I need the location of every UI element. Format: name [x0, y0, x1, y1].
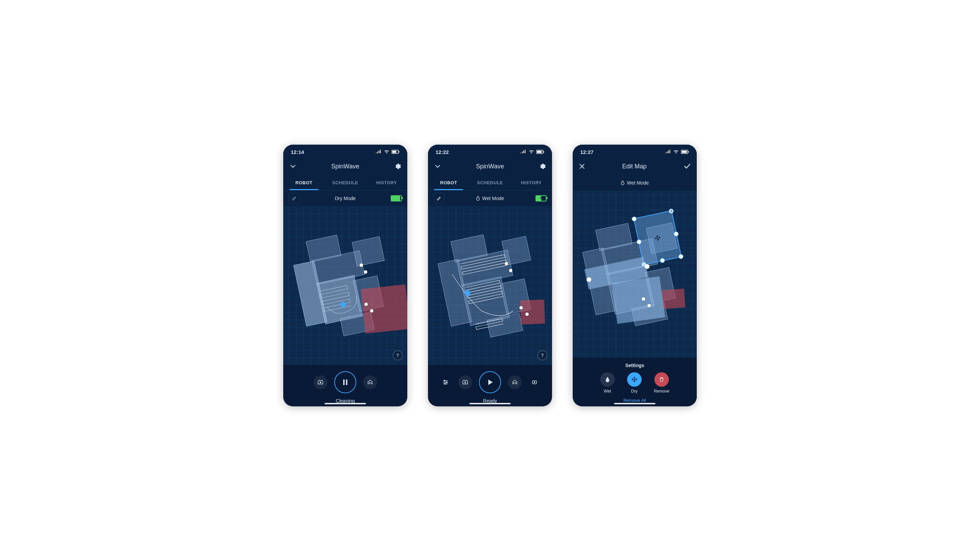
gear-icon[interactable]: [539, 163, 546, 170]
phone-screen-1: 12:14 SpinWave ROBOT SCHEDULE HISTORY Dr…: [283, 144, 407, 407]
tab-history[interactable]: HISTORY: [511, 175, 552, 190]
dock-home-button[interactable]: [508, 375, 522, 389]
cleaning-path: [289, 225, 401, 346]
floor-map[interactable]: ?: [283, 206, 407, 365]
mode-row: Wet Mode: [573, 175, 697, 191]
resize-handle[interactable]: [631, 216, 637, 222]
gear-icon[interactable]: [394, 163, 401, 170]
svg-rect-8: [543, 151, 544, 152]
app-header: SpinWave: [428, 158, 552, 175]
remove-all-link[interactable]: Remove All: [624, 398, 646, 403]
mode-label: Dry Mode: [302, 195, 388, 201]
svg-point-9: [444, 380, 445, 381]
mode-row: Dry Mode: [283, 191, 407, 206]
svg-point-3: [320, 382, 321, 383]
tab-robot[interactable]: ROBOT: [283, 175, 325, 190]
zone-wet[interactable]: [612, 276, 665, 324]
tab-bar: ROBOT SCHEDULE HISTORY: [428, 175, 552, 191]
floor-map-edit[interactable]: [573, 191, 697, 358]
check-icon[interactable]: [684, 163, 690, 170]
battery-status-icon: [536, 150, 544, 154]
header-title: SpinWave: [441, 163, 539, 170]
setting-dry[interactable]: Dry: [627, 372, 642, 394]
battery-status-icon: [681, 150, 689, 154]
battery-status-icon: [391, 150, 400, 154]
home-indicator[interactable]: [614, 403, 655, 404]
settings-title: Settings: [625, 363, 644, 368]
svg-point-19: [634, 379, 635, 380]
setting-label: Wet: [604, 389, 611, 394]
rotate-handle[interactable]: [668, 208, 675, 214]
home-indicator[interactable]: [325, 403, 366, 404]
status-indicators: [665, 150, 689, 154]
fan-icon: [653, 233, 662, 242]
fan-icon: [631, 376, 638, 383]
resize-handle[interactable]: [673, 231, 679, 237]
home-indicator[interactable]: [469, 403, 511, 404]
battery-icon: [391, 195, 402, 202]
tab-robot[interactable]: ROBOT: [428, 175, 469, 190]
clean-map-button[interactable]: [313, 375, 327, 389]
locate-button[interactable]: [528, 376, 540, 388]
floor-map[interactable]: ?: [428, 206, 552, 365]
pause-button[interactable]: [334, 371, 356, 393]
svg-rect-17: [688, 151, 689, 152]
phone-screen-2: 12:22 SpinWave ROBOT SCHEDULE HISTORY We…: [428, 144, 552, 407]
svg-point-10: [446, 382, 447, 383]
setting-label: Remove: [654, 389, 670, 394]
wifi-icon: [528, 150, 534, 154]
svg-point-12: [465, 382, 466, 383]
svg-rect-16: [682, 151, 687, 153]
svg-point-14: [534, 382, 535, 383]
status-indicators: [375, 150, 400, 154]
battery-charging-icon: +: [536, 195, 547, 202]
tab-schedule[interactable]: SCHEDULE: [469, 175, 511, 190]
signal-icon: [520, 150, 527, 154]
resize-handle[interactable]: [678, 254, 684, 259]
status-bar: 12:14: [283, 144, 407, 158]
svg-rect-7: [537, 151, 542, 153]
svg-rect-4: [343, 380, 345, 385]
edit-map-button[interactable]: [289, 193, 300, 204]
help-button[interactable]: ?: [538, 351, 547, 360]
status-bar: 12:27: [573, 144, 697, 158]
setting-wet[interactable]: Wet: [600, 372, 615, 394]
signal-icon: [665, 150, 671, 154]
tab-bar: ROBOT SCHEDULE HISTORY: [283, 175, 407, 191]
chevron-down-icon[interactable]: [290, 163, 296, 170]
header-title: SpinWave: [296, 163, 394, 170]
status-indicators: [520, 150, 544, 154]
status-time: 12:27: [580, 149, 593, 155]
settings-panel: Settings Wet Dry Remove Remove All: [573, 358, 697, 407]
play-button[interactable]: [479, 371, 501, 393]
resize-handle[interactable]: [660, 257, 665, 264]
dock-home-button[interactable]: [363, 375, 377, 389]
close-icon[interactable]: [579, 163, 585, 170]
svg-rect-5: [346, 380, 347, 385]
trash-icon: [659, 376, 664, 383]
tab-schedule[interactable]: SCHEDULE: [325, 175, 366, 190]
svg-point-18: [657, 237, 658, 238]
setting-remove[interactable]: Remove: [654, 372, 670, 394]
status-time: 12:22: [436, 149, 449, 155]
filters-button[interactable]: [440, 376, 452, 388]
wifi-icon: [384, 150, 390, 154]
control-panel: Ready: [428, 365, 552, 407]
svg-point-11: [444, 383, 445, 384]
app-header: SpinWave: [283, 158, 407, 175]
signal-icon: [375, 150, 382, 154]
app-header: Edit Map: [573, 158, 697, 175]
droplet-icon: [620, 181, 625, 185]
droplet-icon: [476, 196, 480, 201]
tab-history[interactable]: HISTORY: [366, 175, 407, 190]
wifi-icon: [673, 150, 679, 154]
help-button[interactable]: ?: [393, 351, 402, 360]
clean-map-button[interactable]: [458, 375, 472, 389]
mode-label: Wet Mode: [578, 180, 691, 186]
header-title: Edit Map: [585, 163, 684, 170]
status-bar: 12:22: [428, 144, 552, 158]
edit-map-button[interactable]: [433, 193, 444, 204]
chevron-down-icon[interactable]: [434, 163, 441, 170]
mode-row: Wet Mode +: [428, 191, 552, 206]
svg-rect-1: [392, 151, 396, 153]
